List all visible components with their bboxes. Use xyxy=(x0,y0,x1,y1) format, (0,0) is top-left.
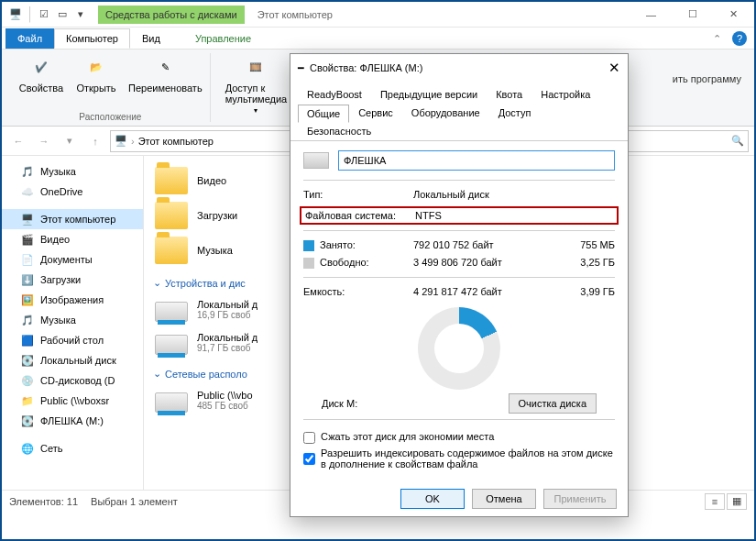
folder-label: Загрузки xyxy=(197,210,237,221)
disk-cleanup-button[interactable]: Очистка диска xyxy=(509,393,597,414)
address-text: Этот компьютер xyxy=(138,136,214,147)
sidebar-item-label: ФЛЕШКА (M:) xyxy=(40,415,104,426)
title-bar: 🖥️ ☑ ▭ ▾ Средства работы с дисками Этот … xyxy=(2,2,754,28)
compress-checkbox[interactable] xyxy=(303,432,315,444)
help-icon[interactable]: ? xyxy=(732,31,747,46)
sidebar-item-music2[interactable]: 🎵Музыка xyxy=(2,310,143,330)
free-human: 3,25 ГБ xyxy=(560,257,615,269)
sidebar-item-label: Музыка xyxy=(40,315,76,326)
sidebar-item-public[interactable]: 📁Public (\\vboxsr xyxy=(2,391,143,411)
folder-label: Видео xyxy=(197,175,226,186)
sidebar-item-label: CD-дисковод (D xyxy=(40,375,115,386)
tiles-view-button[interactable]: ▦ xyxy=(727,493,747,510)
ribbon-group-network: 🎞️Доступ к мультимедиа▾ xyxy=(218,53,295,122)
images-icon: 🖼️ xyxy=(20,293,35,307)
sidebar-item-onedrive[interactable]: ☁️OneDrive xyxy=(2,182,143,202)
sidebar-item-localdisk[interactable]: 💽Локальный диск xyxy=(2,350,143,370)
quick-access-toolbar: 🖥️ ☑ ▭ ▾ xyxy=(2,6,89,23)
tab-computer[interactable]: Компьютер xyxy=(54,28,130,49)
sidebar-item-images[interactable]: 🖼️Изображения xyxy=(2,290,143,310)
sidebar-item-flash[interactable]: 💽ФЛЕШКА (M:) xyxy=(2,411,143,431)
index-checkbox[interactable] xyxy=(303,448,315,469)
music2-icon: 🎵 xyxy=(20,313,35,327)
ribbon-contextual-label: Средства работы с дисками xyxy=(98,6,245,24)
dialog-tab[interactable]: Сервис xyxy=(349,104,402,122)
ribbon-group-location: ✔️Свойства 📂Открыть ✎Переименовать Распо… xyxy=(11,53,211,122)
tab-manage[interactable]: Управление xyxy=(183,28,263,49)
drive-icon xyxy=(155,302,188,322)
tab-file[interactable]: Файл xyxy=(5,28,54,49)
details-view-button[interactable]: ≡ xyxy=(705,493,725,510)
status-selected: Выбран 1 элемент xyxy=(91,496,178,507)
properties-dialog: ━ Свойства: ФЛЕШКА (M:) ✕ ReadyBoostПред… xyxy=(290,53,629,517)
sidebar-item-network[interactable]: 🌐Сеть xyxy=(2,438,143,458)
index-label: Разрешить индексировать содержимое файло… xyxy=(321,447,615,469)
search-icon: 🔍 xyxy=(731,135,744,147)
onedrive-icon: ☁️ xyxy=(20,184,35,199)
close-button[interactable]: ✕ xyxy=(713,2,754,28)
compress-label: Сжать этот диск для экономии места xyxy=(321,431,494,444)
dialog-title: Свойства: ФЛЕШКА (M:) xyxy=(310,62,422,73)
apply-button[interactable]: Применить xyxy=(543,489,617,509)
rename-icon: ✎ xyxy=(151,53,179,81)
docs-icon: 📄 xyxy=(20,252,35,267)
capacity-human: 3,99 ГБ xyxy=(560,286,615,297)
sidebar-item-thispc[interactable]: 🖥️Этот компьютер xyxy=(2,209,143,229)
open-folder-icon: 📂 xyxy=(82,53,110,81)
sidebar-item-label: Изображения xyxy=(40,294,104,305)
netloc-label: Public (\\vbo xyxy=(197,390,253,401)
dialog-tab[interactable]: Настройка xyxy=(531,85,599,104)
drive-label: Локальный д xyxy=(197,299,257,310)
maximize-button[interactable]: ☐ xyxy=(672,2,713,28)
disk-label: Диск M: xyxy=(322,398,357,409)
forward-button[interactable]: → xyxy=(33,130,55,152)
dialog-tab[interactable]: Предыдущие версии xyxy=(371,85,487,104)
drive-icon xyxy=(303,152,329,169)
cancel-button[interactable]: Отмена xyxy=(472,489,536,509)
drive-sub: 16,9 ГБ своб xyxy=(197,310,257,320)
sidebar-item-downloads[interactable]: ⬇️Загрузки xyxy=(2,270,143,290)
open-button[interactable]: 📂Открыть xyxy=(73,53,119,94)
downloads-icon: ⬇️ xyxy=(20,272,35,287)
netloc-sub: 485 ГБ своб xyxy=(197,401,253,411)
used-human: 755 МБ xyxy=(560,239,615,251)
capacity-label: Емкость: xyxy=(303,286,413,297)
dialog-tab[interactable]: ReadyBoost xyxy=(298,85,371,104)
cddrive-icon: 💿 xyxy=(20,373,35,388)
network-drive-icon xyxy=(155,392,188,413)
dialog-tab[interactable]: Квота xyxy=(487,85,531,104)
sidebar-item-video[interactable]: 🎬Видео xyxy=(2,229,143,249)
minimize-button[interactable]: — xyxy=(630,2,672,28)
ribbon-tabs: Файл Компьютер Вид Управление ⌃ ? xyxy=(2,28,754,50)
qat-dropdown-icon[interactable]: ▾ xyxy=(72,6,89,23)
volume-name-input[interactable] xyxy=(338,150,615,171)
dialog-tab[interactable]: Общие xyxy=(298,105,349,123)
recent-dropdown[interactable]: ▾ xyxy=(59,130,81,152)
sidebar-item-cddrive[interactable]: 💿CD-дисковод (D xyxy=(2,370,143,391)
dialog-tab[interactable]: Доступ xyxy=(489,104,541,122)
up-button[interactable]: ↑ xyxy=(84,130,106,152)
dialog-close-button[interactable]: ✕ xyxy=(608,60,620,76)
folder-icon xyxy=(155,237,188,264)
sidebar-item-music[interactable]: 🎵Музыка xyxy=(2,161,143,182)
properties-button[interactable]: ✔️Свойства xyxy=(18,53,64,94)
type-value: Локальный диск xyxy=(413,189,615,200)
chevron-down-icon: ⌄ xyxy=(153,368,161,380)
sidebar-item-docs[interactable]: 📄Документы xyxy=(2,249,143,270)
qat-checkbox-icon[interactable]: ☑ xyxy=(36,6,52,23)
dialog-tab[interactable]: Безопасность xyxy=(298,122,380,140)
ribbon-collapse-icon[interactable]: ⌃ xyxy=(713,33,721,45)
back-button[interactable]: ← xyxy=(7,130,29,152)
dialog-tabs: ReadyBoostПредыдущие версииКвотаНастройк… xyxy=(290,82,628,141)
drive-icon xyxy=(155,335,188,355)
ok-button[interactable]: OK xyxy=(400,489,465,509)
drive-small-icon: ━ xyxy=(298,62,304,74)
rename-button[interactable]: ✎Переименовать xyxy=(128,53,203,94)
sidebar-item-desktop[interactable]: 🟦Рабочий стол xyxy=(2,330,143,350)
dialog-tab[interactable]: Оборудование xyxy=(402,104,489,122)
qat-new-icon[interactable]: ▭ xyxy=(54,6,71,23)
network-icon: 🌐 xyxy=(20,441,35,456)
tab-view[interactable]: Вид xyxy=(130,28,172,49)
folder-label: Музыка xyxy=(197,245,233,256)
multimedia-button[interactable]: 🎞️Доступ к мультимедиа▾ xyxy=(225,53,288,115)
